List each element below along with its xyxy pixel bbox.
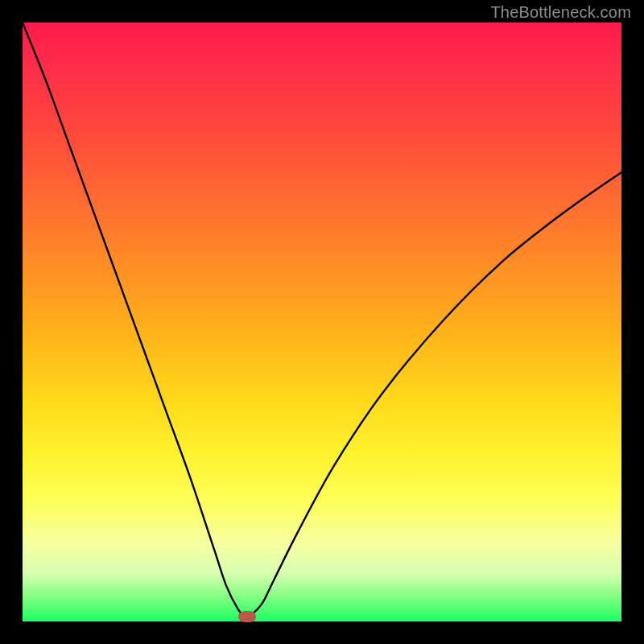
- watermark-text: TheBottleneck.com: [490, 3, 631, 22]
- plot-area: [23, 23, 621, 621]
- chart-frame: TheBottleneck.com: [0, 0, 644, 644]
- optimum-marker: [238, 611, 256, 622]
- bottleneck-curve: [23, 23, 621, 621]
